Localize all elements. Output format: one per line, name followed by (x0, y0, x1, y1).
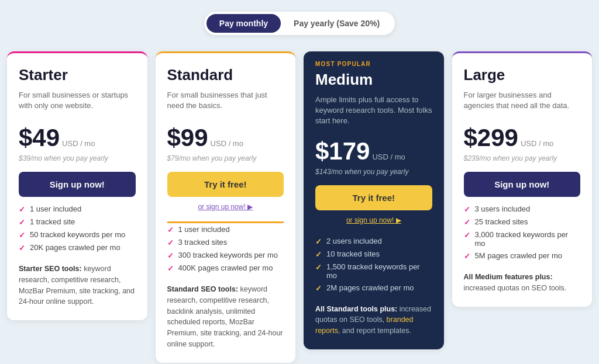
medium-price-unit: USD / mo (372, 152, 405, 161)
medium-plan-name: Medium (315, 71, 432, 89)
standard-plan-name: Standard (167, 66, 284, 84)
most-popular-badge: MOST POPULAR (315, 61, 432, 67)
standard-card: Standard For small businesses that just … (156, 51, 296, 363)
medium-feature-2: ✓10 tracked sites (315, 248, 432, 261)
pricing-cards: Starter For small businesses or startups… (7, 51, 592, 363)
large-feature-4: ✓5M pages crawled per mo (464, 249, 581, 262)
check-icon: ✓ (315, 250, 322, 259)
medium-cta-button[interactable]: Try it free! (315, 185, 432, 210)
large-price: $299 (464, 124, 518, 152)
medium-price-yearly: $143/mo when you pay yearly (315, 168, 432, 176)
check-icon: ✓ (19, 231, 25, 240)
check-icon: ✓ (167, 251, 174, 260)
check-icon: ✓ (464, 218, 470, 227)
large-features: ✓3 users included ✓25 tracked sites ✓3,0… (464, 203, 581, 262)
starter-tools-desc: Starter SEO tools: keyword research, com… (19, 264, 136, 307)
medium-signup-link[interactable]: or sign up now! ▶ (346, 216, 401, 224)
starter-cta-button[interactable]: Sign up now! (19, 172, 136, 197)
large-cta-button[interactable]: Sign up now! (464, 172, 581, 197)
medium-card: MOST POPULAR Medium Ample limits plus fu… (304, 51, 444, 349)
large-plan-desc: For larger businesses and agencies that … (464, 90, 581, 113)
check-icon: ✓ (167, 226, 174, 234)
standard-or-signup: or sign up now! ▶ (167, 203, 284, 211)
medium-or-signup: or sign up now! ▶ (315, 216, 432, 224)
check-icon: ✓ (19, 218, 25, 227)
medium-plan-desc: Ample limits plus full access to keyword… (315, 95, 432, 127)
pay-monthly-button[interactable]: Pay monthly (206, 14, 281, 33)
check-icon: ✓ (315, 263, 322, 272)
starter-feature-1: ✓1 user included (19, 203, 136, 216)
check-icon: ✓ (167, 264, 174, 273)
starter-feature-3: ✓50 tracked keywords per mo (19, 228, 136, 241)
starter-plan-name: Starter (19, 66, 136, 84)
standard-feature-2: ✓3 tracked sites (167, 236, 284, 249)
standard-price-yearly: $79/mo when you pay yearly (167, 154, 284, 162)
standard-feature-1: ✓1 user included (167, 223, 284, 236)
large-price-row: $299 USD / mo (464, 124, 581, 152)
pay-yearly-button[interactable]: Pay yearly (Save 20%) (281, 14, 393, 33)
standard-tools-desc: Standard SEO tools: keyword research, co… (167, 284, 284, 350)
standard-price: $99 (167, 124, 208, 152)
large-feature-2: ✓25 tracked sites (464, 216, 581, 228)
check-icon: ✓ (464, 252, 470, 261)
standard-feature-4: ✓400K pages crawled per mo (167, 262, 284, 275)
large-feature-3: ✓3,000 tracked keywords per mo (464, 228, 581, 249)
standard-plan-desc: For small businesses that just need the … (167, 90, 284, 113)
standard-features: ✓1 user included ✓3 tracked sites ✓300 t… (167, 221, 284, 275)
check-icon: ✓ (315, 237, 322, 246)
large-price-yearly: $239/mo when you pay yearly (464, 154, 581, 162)
starter-price: $49 (19, 124, 60, 152)
medium-tools-desc: All Standard tools plus: increased quota… (315, 304, 432, 337)
medium-price-row: $179 USD / mo (315, 137, 432, 165)
check-icon: ✓ (167, 238, 174, 247)
standard-price-row: $99 USD / mo (167, 124, 284, 152)
starter-card: Starter For small businesses or startups… (7, 51, 147, 320)
check-icon: ✓ (19, 205, 25, 214)
starter-price-row: $49 USD / mo (19, 124, 136, 152)
check-icon: ✓ (464, 231, 470, 240)
check-icon: ✓ (464, 205, 470, 214)
billing-toggle[interactable]: Pay monthly Pay yearly (Save 20%) (204, 12, 395, 35)
starter-feature-4: ✓20K pages crawled per mo (19, 241, 136, 254)
standard-cta-button[interactable]: Try it free! (167, 172, 284, 197)
standard-signup-link[interactable]: or sign up now! ▶ (198, 203, 253, 211)
medium-feature-3: ✓1,500 tracked keywords per mo (315, 261, 432, 282)
medium-features: ✓2 users included ✓10 tracked sites ✓1,5… (315, 235, 432, 294)
medium-feature-4: ✓2M pages crawled per mo (315, 282, 432, 294)
starter-price-unit: USD / mo (62, 139, 95, 148)
large-feature-1: ✓3 users included (464, 203, 581, 216)
medium-feature-1: ✓2 users included (315, 235, 432, 248)
large-plan-name: Large (464, 66, 581, 84)
large-tools-desc: All Medium features plus: increased quot… (464, 272, 581, 294)
starter-plan-desc: For small businesses or startups with on… (19, 90, 136, 113)
starter-features: ✓1 user included ✓1 tracked site ✓50 tra… (19, 203, 136, 254)
starter-price-yearly: $39/mo when you pay yearly (19, 154, 136, 162)
check-icon: ✓ (19, 244, 25, 252)
medium-price: $179 (315, 137, 370, 165)
standard-price-unit: USD / mo (211, 139, 243, 148)
large-price-unit: USD / mo (521, 139, 553, 148)
starter-feature-2: ✓1 tracked site (19, 216, 136, 228)
standard-feature-3: ✓300 tracked keywords per mo (167, 249, 284, 262)
check-icon: ✓ (315, 284, 322, 293)
large-card: Large For larger businesses and agencies… (452, 51, 593, 307)
